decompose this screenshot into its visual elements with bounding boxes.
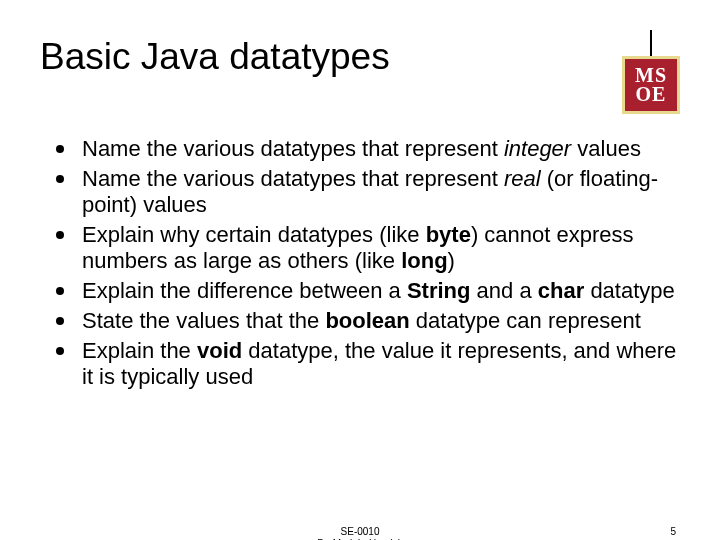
list-item: Explain the difference between a String … (52, 278, 680, 304)
bullet-list: Name the various datatypes that represen… (40, 136, 680, 390)
footer-center: SE-0010 Dr. Mark L. Hornick (317, 526, 403, 540)
slide-header: Basic Java datatypes MS OE (40, 30, 680, 114)
bullet-em: boolean (325, 308, 409, 333)
bullet-text: datatype can represent (410, 308, 641, 333)
bullet-text: State the values that the (82, 308, 325, 333)
bullet-text: ) (448, 248, 455, 273)
list-item: Name the various datatypes that represen… (52, 166, 680, 218)
logo-stem (650, 30, 652, 56)
slide-title: Basic Java datatypes (40, 30, 622, 78)
bullet-em: real (504, 166, 541, 191)
list-item: Name the various datatypes that represen… (52, 136, 680, 162)
list-item: Explain the void datatype, the value it … (52, 338, 680, 390)
bullet-text: Explain the (82, 338, 197, 363)
logo-box-icon: MS OE (622, 56, 680, 114)
list-item: State the values that the boolean dataty… (52, 308, 680, 334)
bullet-text: Name the various datatypes that represen… (82, 166, 504, 191)
logo: MS OE (622, 30, 680, 114)
bullet-text: values (571, 136, 641, 161)
footer-page-number: 5 (670, 526, 676, 537)
bullet-em: char (538, 278, 584, 303)
bullet-text: Explain the difference between a (82, 278, 407, 303)
bullet-text: and a (471, 278, 538, 303)
bullet-em: byte (426, 222, 471, 247)
list-item: Explain why certain datatypes (like byte… (52, 222, 680, 274)
bullet-em: integer (504, 136, 571, 161)
bullet-text: datatype (584, 278, 675, 303)
bullet-text: Name the various datatypes that represen… (82, 136, 504, 161)
logo-text-bottom: OE (636, 85, 667, 104)
bullet-em: long (401, 248, 447, 273)
bullet-em: void (197, 338, 242, 363)
bullet-em: String (407, 278, 471, 303)
footer-course: SE-0010 (317, 526, 403, 538)
slide: Basic Java datatypes MS OE Name the vari… (0, 0, 720, 540)
bullet-text: Explain why certain datatypes (like (82, 222, 426, 247)
